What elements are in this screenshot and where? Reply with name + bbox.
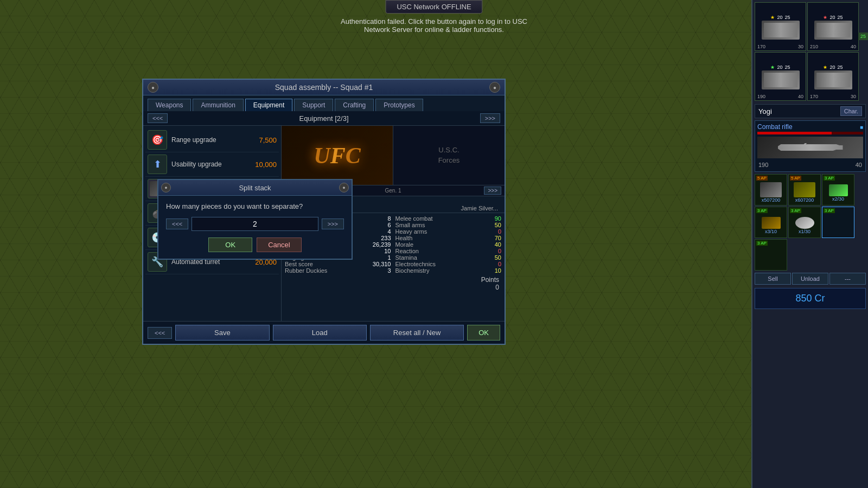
prev-nav-button[interactable]: <<< <box>148 113 168 123</box>
auth-message: Authentication failed. Click the button … <box>341 17 527 34</box>
unload-button[interactable]: Unload <box>792 273 828 285</box>
panel-buttons: Sell Unload --- <box>752 272 868 286</box>
footer-prev-button[interactable]: <<< <box>148 327 172 339</box>
jamie-text: Jamie Silver... <box>458 204 501 212</box>
weapon-slot-3[interactable]: ★2025 19040 <box>755 52 806 101</box>
stats-right-col: Melee combat90 Small arms50 Heavy arms0 … <box>395 215 502 274</box>
split-titlebar: ● Split stack ● <box>158 180 352 196</box>
tab-weapons[interactable]: Weapons <box>148 99 191 111</box>
split-question: How many pieces do you want to separate? <box>166 202 344 210</box>
save-button[interactable]: Save <box>175 325 269 341</box>
ap-badge: 5 AP <box>790 176 801 181</box>
ammo-slot-4[interactable]: 3 AP x3/10 <box>755 207 787 238</box>
usc-network-bar[interactable]: USC Network OFFLINE <box>385 0 482 14</box>
item-icon-range: 🎯 <box>148 130 167 150</box>
equipment-label: Equipment [2/3] <box>168 114 480 123</box>
dialog-footer: <<< Save Load Reset all / New OK <box>143 321 505 344</box>
gen-label: Gen. 1 <box>381 187 404 195</box>
split-ok-button[interactable]: OK <box>208 237 252 252</box>
combat-rifle-section: Combat rifle ■ 190 40 <box>755 120 866 172</box>
split-controls: <<< 2 >>> <box>166 217 344 231</box>
dialog-nav-bar: <<< Equipment [2/3] >>> <box>143 111 505 126</box>
preview-next-button[interactable]: >>> <box>484 187 501 195</box>
preview-images: UFC U.S.C.Forces <box>282 126 505 185</box>
item-cost-range: 7,500 <box>247 136 277 144</box>
ap-badge: 3 AP <box>756 208 768 213</box>
dialog-tabs: Weapons Ammunition Equipment Support Cra… <box>143 95 505 111</box>
tab-ammunition[interactable]: Ammunition <box>193 99 243 111</box>
list-item[interactable]: ⬆ Usability upgrade 10,000 <box>145 152 279 177</box>
combat-rifle-label: Combat rifle <box>757 123 793 131</box>
dialog-title: Squad assembly -- Squad #1 <box>275 83 373 92</box>
char-button[interactable]: Char. <box>840 106 862 116</box>
ammo-slot-6[interactable]: 3 AP <box>822 207 854 238</box>
ammo-slot-1[interactable]: 5 AP x507200 <box>755 174 787 206</box>
split-prev-button[interactable]: <<< <box>166 219 188 229</box>
list-item[interactable]: 🎯 Range upgrade 7,500 <box>145 128 279 152</box>
ammo-slot-5[interactable]: 3 AP x1/30 <box>788 207 821 238</box>
item-name-range: Range upgrade <box>171 136 247 144</box>
ap-badge: 3 AP <box>824 176 835 181</box>
ammo-slot-7[interactable]: 3 AP <box>755 239 787 271</box>
dialog-close-right[interactable]: ● <box>489 82 500 93</box>
next-nav-button[interactable]: >>> <box>480 113 500 123</box>
ok-button[interactable]: OK <box>467 325 500 341</box>
dialog-close-left[interactable]: ● <box>148 82 158 93</box>
forces-preview: U.S.C.Forces <box>393 126 505 185</box>
sell-button[interactable]: Sell <box>755 273 791 285</box>
dialog-titlebar: ● Squad assembly -- Squad #1 ● <box>143 80 505 95</box>
weapon-slot-2[interactable]: ★2025 21040 <box>807 2 859 51</box>
ammo-icon <box>829 184 848 196</box>
points-label: Points <box>481 276 499 284</box>
reset-button[interactable]: Reset all / New <box>370 325 464 341</box>
split-title: Split stack <box>239 184 271 192</box>
split-dialog: ● Split stack ● How many pieces do you w… <box>157 179 353 260</box>
tab-crafting[interactable]: Crafting <box>335 99 374 111</box>
weapon-slot-1[interactable]: ★2025 17030 <box>755 2 806 51</box>
item-cost-usability: 10,000 <box>247 160 277 169</box>
ammo-slot-3[interactable]: 3 AP x2/30 <box>822 174 854 206</box>
split-footer: OK Cancel <box>166 237 344 252</box>
points-section: Points 0 <box>285 274 501 293</box>
ap-badge: 3 AP <box>790 208 801 213</box>
weapon-slot-4[interactable]: ★2025 17030 <box>807 52 859 101</box>
health-bar <box>757 132 863 134</box>
ammo-grid: 5 AP x507200 5 AP x607200 3 AP x2/30 3 A… <box>752 173 868 272</box>
load-button[interactable]: Load <box>273 325 367 341</box>
split-close-right[interactable]: ● <box>339 183 349 192</box>
split-close-left[interactable]: ● <box>161 183 171 192</box>
right-panel: ★2025 17030 ★2025 21040 ★2025 19040 ★202… <box>751 0 868 488</box>
tab-support[interactable]: Support <box>294 99 333 111</box>
rifle-image <box>757 137 863 158</box>
side-indicator: 25 <box>858 33 868 40</box>
forces-text: U.S.C.Forces <box>438 145 460 165</box>
ammo-slot-2[interactable]: 5 AP x607200 <box>788 174 821 206</box>
split-cancel-button[interactable]: Cancel <box>257 237 301 252</box>
split-value-display: 2 <box>192 217 318 231</box>
credits-display: 850 Cr <box>755 288 866 309</box>
ap-badge: 3 AP <box>824 208 835 213</box>
ammo-icon <box>795 217 814 229</box>
extra-button[interactable]: --- <box>829 273 866 285</box>
ammo-icon <box>794 182 815 197</box>
usc-status-label: USC Network OFFLINE <box>397 3 471 11</box>
points-value: 0 <box>495 284 499 291</box>
health-fill <box>757 132 832 134</box>
weapon-slots-area: ★2025 17030 ★2025 21040 ★2025 19040 ★202… <box>752 0 868 103</box>
ammo-icon <box>762 217 781 229</box>
tab-equipment[interactable]: Equipment <box>245 99 292 111</box>
item-icon-usability: ⬆ <box>148 155 167 174</box>
item-name-usability: Usability upgrade <box>171 160 247 168</box>
player-bar: Yogi Char. <box>755 104 866 118</box>
split-next-button[interactable]: >>> <box>322 219 344 229</box>
split-body: How many pieces do you want to separate?… <box>158 196 352 259</box>
usc-logo-preview: UFC <box>282 126 393 185</box>
player-name: Yogi <box>758 107 840 115</box>
rifle-stats: 190 40 <box>757 160 863 169</box>
tab-prototypes[interactable]: Prototypes <box>375 99 423 111</box>
ap-badge: 5 AP <box>756 176 768 181</box>
ap-badge: 3 AP <box>756 241 768 246</box>
ammo-icon <box>760 182 782 197</box>
